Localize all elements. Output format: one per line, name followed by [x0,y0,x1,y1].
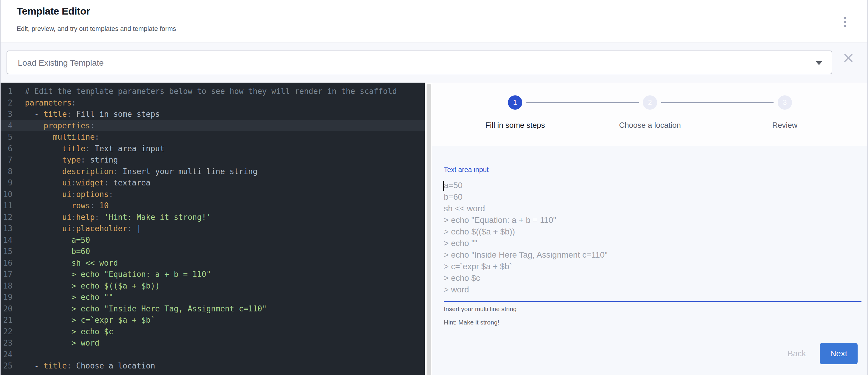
code-line[interactable]: 10 ui:options: [1,189,425,200]
code-line[interactable]: 25 - title: Choose a location [1,360,425,372]
code-text: type: string [25,154,118,166]
line-number: 22 [1,326,12,338]
line-number: 21 [1,314,12,326]
code-text: > echo $c [25,326,113,338]
step-1-number: 1 [513,98,517,107]
code-line[interactable]: 3 - title: Fill in some steps [1,108,425,120]
code-text: ui:help: 'Hint: Make it strong!' [25,212,211,223]
textarea-field-label: Text area input [444,166,489,174]
code-line[interactable]: 20 > echo "Inside Here Tag, Assignment c… [1,303,425,315]
code-text: - title: Choose a location [25,360,155,372]
step-1-label: Fill in some steps [441,121,589,130]
code-text: multiline: [25,131,99,143]
code-line[interactable]: 5 multiline: [1,131,425,143]
line-number: 5 [1,131,12,143]
code-line[interactable]: 9 ui:widget: textarea [1,177,425,189]
code-text: - title: Fill in some steps [25,108,160,120]
code-text: properties: [25,120,95,132]
code-line[interactable]: 21 > c=`expr $a + $b` [1,314,425,326]
code-text: ui:options: [25,189,113,200]
line-number: 20 [1,303,12,315]
code-text: ui:placeholder: | [25,223,141,235]
code-line[interactable]: 24 [1,349,425,361]
code-text: > echo $(($a + $b)) [25,280,160,292]
line-number: 8 [1,166,12,178]
code-line[interactable]: 8 description: Insert your multi line st… [1,166,425,178]
select-placeholder: Load Existing Template [18,58,104,68]
line-number: 23 [1,337,12,349]
code-text: > c=`expr $a + $b` [25,314,155,326]
step-2-number: 2 [648,98,652,107]
step-3-number: 3 [783,98,786,107]
line-number: 12 [1,212,12,223]
template-editor-page: Template Editor Edit, preview, and try o… [0,0,868,375]
step-2-circle[interactable]: 2 [643,95,657,110]
code-text: a=50 [25,235,90,246]
code-line[interactable]: 12 ui:help: 'Hint: Make it strong!' [1,212,425,223]
code-line[interactable]: 11 rows: 10 [1,200,425,212]
code-text: > word [25,337,99,349]
step-connector [661,102,774,103]
line-number: 18 [1,280,12,292]
code-line[interactable]: 16 sh << word [1,257,425,269]
code-line[interactable]: 7 type: string [1,154,425,166]
yaml-code-editor[interactable]: 1# Edit the template parameters below to… [1,83,425,375]
line-number: 7 [1,154,12,166]
line-number: 25 [1,360,12,372]
helper-description: Insert your multi line string [444,306,517,313]
code-line[interactable]: 13 ui:placeholder: | [1,223,425,235]
code-line[interactable]: 22 > echo $c [1,326,425,338]
code-line[interactable]: 2parameters: [1,97,425,109]
page-header: Template Editor Edit, preview, and try o… [1,0,867,42]
helper-hint: Hint: Make it strong! [444,319,499,326]
step-connector [526,102,639,103]
code-text: title: Text area input [25,143,164,155]
kebab-menu-icon[interactable] [839,15,851,29]
line-number: 3 [1,108,12,120]
chevron-down-icon[interactable] [816,61,822,65]
textarea-focus-underline [444,301,862,302]
back-button[interactable]: Back [782,344,811,364]
line-number: 4 [1,120,12,132]
line-number: 15 [1,246,12,257]
toolbar: Load Existing Template [1,43,867,83]
code-text: rows: 10 [25,200,109,212]
code-text: sh << word [25,257,118,269]
next-button[interactable]: Next [820,343,858,364]
code-line[interactable]: 23 > word [1,337,425,349]
load-template-select[interactable]: Load Existing Template [6,51,832,74]
step-3-circle[interactable]: 3 [778,95,792,110]
multiline-textarea[interactable] [444,180,862,301]
line-number: 2 [1,97,12,109]
code-text: > echo "Inside Here Tag, Assignment c=11… [25,303,267,315]
line-number: 24 [1,349,12,361]
code-text: b=60 [25,246,90,257]
line-number: 14 [1,235,12,246]
line-number: 19 [1,291,12,303]
code-text: ui:widget: textarea [25,177,151,189]
editor-scrollbar[interactable] [427,84,431,375]
page-subtitle: Edit, preview, and try out templates and… [17,25,176,33]
step-2-label: Choose a location [576,121,724,130]
code-line[interactable]: 6 title: Text area input [1,143,425,155]
code-text: description: Insert your multi line stri… [25,166,257,178]
line-number: 13 [1,223,12,235]
line-number: 17 [1,269,12,280]
code-line[interactable]: 4 properties: [1,120,425,132]
code-line[interactable]: 18 > echo $(($a + $b)) [1,280,425,292]
line-number: 16 [1,257,12,269]
line-number: 10 [1,189,12,200]
close-icon[interactable] [842,52,855,64]
code-line[interactable]: 15 b=60 [1,246,425,257]
code-text: parameters: [25,97,76,109]
code-line[interactable]: 19 > echo "" [1,291,425,303]
step-1-circle[interactable]: 1 [508,95,522,110]
line-number: 6 [1,143,12,155]
code-text: > echo "Equation: a + b = 110" [25,269,211,280]
code-line[interactable]: 14 a=50 [1,235,425,246]
page-title: Template Editor [17,5,90,17]
code-line[interactable]: 17 > echo "Equation: a + b = 110" [1,269,425,280]
code-text: > echo "" [25,291,113,303]
code-line[interactable]: 1# Edit the template parameters below to… [1,86,425,97]
line-number: 9 [1,177,12,189]
